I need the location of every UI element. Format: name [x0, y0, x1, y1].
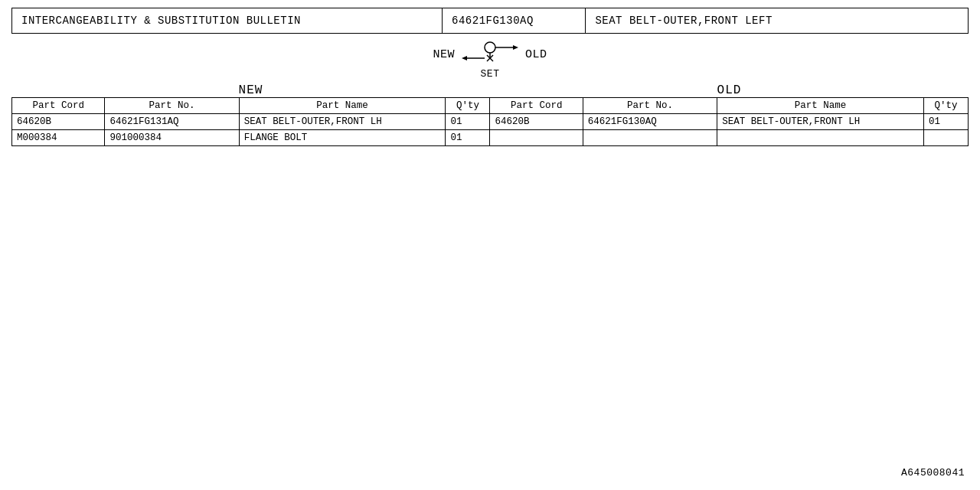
svg-point-0 [485, 42, 495, 53]
table-row: 64620B 64621FG131AQ SEAT BELT-OUTER,FRON… [12, 114, 969, 130]
doc-number: A645008041 [901, 467, 965, 479]
th-new-part-cord: Part Cord [12, 98, 105, 114]
old-part-name-1 [717, 130, 924, 146]
new-part-name-1: FLANGE BOLT [239, 130, 446, 146]
section-old-label: OLD [490, 83, 969, 97]
svg-marker-2 [513, 45, 518, 50]
old-part-cord-1 [490, 130, 583, 146]
legend-arrow-svg [459, 41, 521, 68]
section-headers: NEW OLD [11, 83, 969, 97]
new-qty-0: 01 [446, 114, 490, 130]
legend-old: OLD [525, 48, 547, 61]
section-new-label: NEW [11, 83, 490, 97]
header-col1: INTERCANGEABILITY & SUBSTITUTION BULLETI… [12, 8, 443, 34]
header-table: INTERCANGEABILITY & SUBSTITUTION BULLETI… [11, 8, 969, 34]
new-part-no-1: 901000384 [105, 130, 239, 146]
set-row: SET [11, 68, 969, 80]
new-part-cord-1: M000384 [12, 130, 105, 146]
th-old-part-cord: Part Cord [490, 98, 583, 114]
page-container: INTERCANGEABILITY & SUBSTITUTION BULLETI… [0, 0, 980, 490]
svg-marker-4 [462, 56, 467, 60]
th-new-part-no: Part No. [105, 98, 239, 114]
new-part-cord-0: 64620B [12, 114, 105, 130]
th-new-qty: Q'ty [446, 98, 490, 114]
th-new-part-name: Part Name [239, 98, 446, 114]
old-part-no-0: 64621FG130AQ [583, 114, 717, 130]
legend-new: NEW [433, 48, 455, 61]
old-qty-0: 01 [923, 114, 968, 130]
legend-top-row: NEW OLD [11, 41, 969, 68]
header-col2: 64621FG130AQ [443, 8, 586, 34]
old-part-cord-0: 64620B [490, 114, 583, 130]
old-qty-1 [923, 130, 968, 146]
data-table: Part Cord Part No. Part Name Q'ty Part C… [11, 97, 969, 146]
legend-container: NEW OLD SET [11, 41, 969, 80]
th-old-part-name: Part Name [717, 98, 924, 114]
table-row: M000384 901000384 FLANGE BOLT 01 [12, 130, 969, 146]
th-old-qty: Q'ty [923, 98, 968, 114]
legend-set: SET [481, 68, 500, 80]
old-part-no-1 [583, 130, 717, 146]
old-part-name-0: SEAT BELT-OUTER,FRONT LH [717, 114, 924, 130]
new-part-name-0: SEAT BELT-OUTER,FRONT LH [239, 114, 446, 130]
header-col3: SEAT BELT-OUTER,FRONT LEFT [586, 8, 969, 34]
table-header-row: Part Cord Part No. Part Name Q'ty Part C… [12, 98, 969, 114]
new-qty-1: 01 [446, 130, 490, 146]
th-old-part-no: Part No. [583, 98, 717, 114]
new-part-no-0: 64621FG131AQ [105, 114, 239, 130]
